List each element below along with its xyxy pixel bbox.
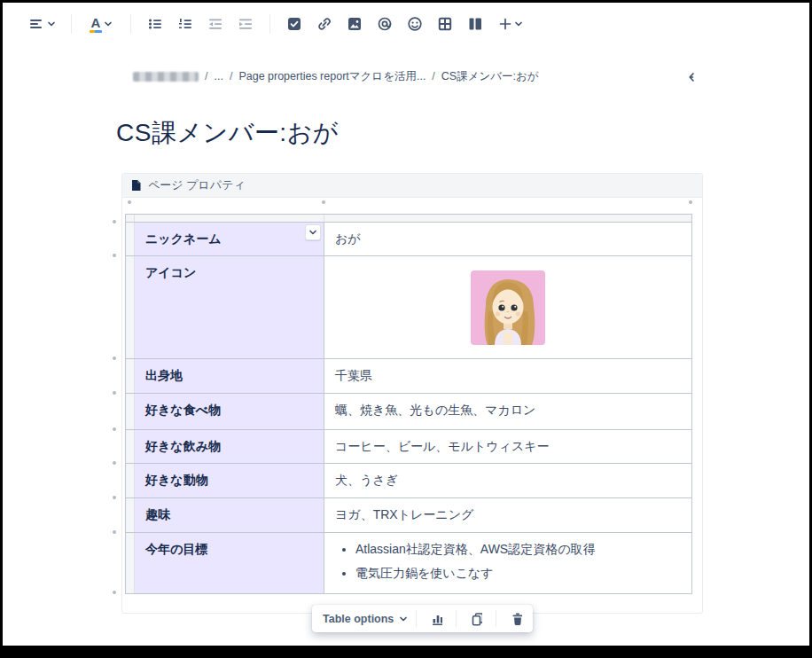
text-color-icon: A — [90, 16, 102, 33]
header-cell[interactable]: 好きな動物 — [135, 464, 324, 497]
plus-icon — [498, 17, 512, 31]
header-cell[interactable]: ニックネーム — [135, 223, 324, 255]
macro-label: ページ プロパティ — [148, 177, 246, 193]
row-resize-handle[interactable] — [113, 530, 116, 534]
value-cell[interactable]: Atlassian社認定資格、AWS認定資格の取得 電気圧力鍋を使いこなす — [324, 533, 691, 593]
row-control[interactable] — [126, 533, 135, 593]
breadcrumb-item-parent[interactable]: Page properties reportマクロを活用... — [238, 69, 426, 84]
breadcrumb-item-redacted[interactable] — [133, 72, 199, 82]
chevron-down-icon — [47, 20, 56, 28]
indent-button[interactable] — [234, 12, 257, 35]
row-resize-handle[interactable] — [113, 427, 116, 431]
row-control[interactable] — [126, 256, 135, 358]
bullet-list-icon — [146, 15, 164, 33]
emoji-button[interactable] — [403, 12, 426, 35]
image-button[interactable] — [343, 12, 366, 35]
row-control[interactable] — [126, 430, 135, 463]
row-control[interactable] — [126, 359, 135, 393]
link-icon — [316, 15, 333, 33]
macro-header[interactable]: ページ プロパティ — [122, 174, 702, 198]
cell-options-button[interactable] — [305, 224, 321, 240]
layouts-icon — [466, 15, 484, 33]
text-color-button[interactable]: A — [84, 12, 118, 35]
app-window: A — [0, 0, 812, 658]
table-row: 出身地 千葉県 — [126, 359, 691, 394]
action-item-button[interactable] — [283, 12, 306, 35]
table-options-button[interactable]: Table options — [323, 613, 408, 625]
delete-table-button[interactable] — [504, 607, 527, 631]
header-cell[interactable]: 出身地 — [135, 359, 324, 393]
properties-table: ニックネーム おが アイコン — [125, 214, 692, 594]
table-button[interactable] — [433, 12, 457, 35]
row-resize-handle[interactable] — [113, 356, 116, 360]
avatar[interactable] — [471, 270, 545, 345]
value-cell[interactable] — [324, 256, 691, 358]
editor-toolbar: A — [25, 12, 527, 36]
toolbar-divider — [496, 610, 496, 627]
column-resize-handle[interactable] — [128, 200, 131, 204]
row-control[interactable] — [126, 223, 135, 255]
breadcrumb-ellipsis[interactable]: ... — [214, 70, 223, 82]
table-row: アイコン — [126, 256, 691, 359]
chevron-down-icon — [399, 615, 408, 623]
value-cell[interactable]: ヨガ、TRXトレーニング — [324, 498, 691, 532]
table-floating-toolbar: Table options — [312, 605, 533, 632]
row-resize-handle[interactable] — [113, 254, 116, 257]
row-control[interactable] — [126, 464, 135, 497]
value-cell[interactable]: 蠣、焼き魚、光もの生魚、マカロン — [324, 394, 691, 429]
row-resize-handle[interactable] — [113, 391, 116, 395]
list-item[interactable]: Atlassian社認定資格、AWS認定資格の取得 — [355, 542, 681, 558]
copy-table-button[interactable] — [465, 607, 488, 631]
trash-icon — [510, 611, 522, 627]
chevron-down-icon — [514, 20, 523, 28]
table-row: 好きな食べ物 蠣、焼き魚、光もの生魚、マカロン — [126, 394, 691, 430]
link-button[interactable] — [313, 12, 336, 35]
row-resize-handle[interactable] — [113, 220, 116, 223]
page-title[interactable]: CS課メンバー:おが — [116, 116, 339, 150]
toolbar-divider — [456, 610, 457, 627]
breadcrumb-separator: / — [230, 70, 232, 82]
breadcrumb: / ... / Page properties reportマクロを活用... … — [133, 69, 685, 83]
value-cell[interactable]: おが — [324, 223, 691, 255]
breadcrumb-item-current[interactable]: CS課メンバー:おが — [441, 69, 539, 84]
row-control[interactable] — [126, 498, 135, 532]
breadcrumb-separator: / — [205, 70, 207, 82]
header-cell[interactable]: 好きな食べ物 — [135, 394, 324, 429]
value-cell[interactable]: 千葉県 — [324, 359, 691, 393]
numbered-list-button[interactable] — [174, 12, 197, 35]
emoji-icon — [406, 15, 424, 33]
column-resize-handle[interactable] — [689, 200, 692, 204]
table-options-label: Table options — [323, 613, 394, 625]
row-resize-handle[interactable] — [113, 591, 116, 594]
outdent-button[interactable] — [204, 12, 227, 35]
toolbar-divider — [130, 14, 131, 34]
row-resize-handle[interactable] — [113, 496, 116, 499]
table-corner-control[interactable] — [126, 215, 135, 222]
header-cell[interactable]: 今年の目標 — [135, 533, 324, 593]
column-control[interactable] — [135, 215, 324, 222]
insert-more-button[interactable] — [494, 12, 527, 35]
expand-width-button[interactable] — [682, 68, 701, 86]
header-cell[interactable]: 趣味 — [135, 498, 324, 532]
header-cell[interactable]: アイコン — [135, 256, 324, 358]
value-cell[interactable]: 犬、うさぎ — [324, 464, 691, 497]
toolbar-divider — [416, 610, 417, 627]
table-row: 今年の目標 Atlassian社認定資格、AWS認定資格の取得 電気圧力鍋を使い… — [126, 533, 691, 593]
chart-button[interactable] — [425, 607, 448, 631]
row-resize-handle[interactable] — [113, 461, 116, 465]
text-align-button[interactable] — [25, 12, 59, 35]
mention-button[interactable] — [373, 12, 396, 35]
chevron-down-icon — [308, 228, 317, 237]
header-cell-label: ニックネーム — [145, 231, 222, 246]
header-cell[interactable]: 好きな飲み物 — [135, 430, 324, 463]
value-cell[interactable]: コーヒー、ビール、モルトウィスキー — [324, 430, 691, 463]
chevron-down-icon — [104, 20, 113, 28]
bullet-list-button[interactable] — [144, 12, 167, 35]
text-align-icon — [27, 15, 45, 33]
bar-chart-icon — [430, 611, 442, 627]
list-item[interactable]: 電気圧力鍋を使いこなす — [355, 566, 681, 582]
layouts-button[interactable] — [464, 12, 487, 35]
column-controls-bar[interactable] — [126, 215, 691, 223]
column-resize-handle[interactable] — [322, 200, 325, 204]
row-control[interactable] — [126, 394, 135, 429]
